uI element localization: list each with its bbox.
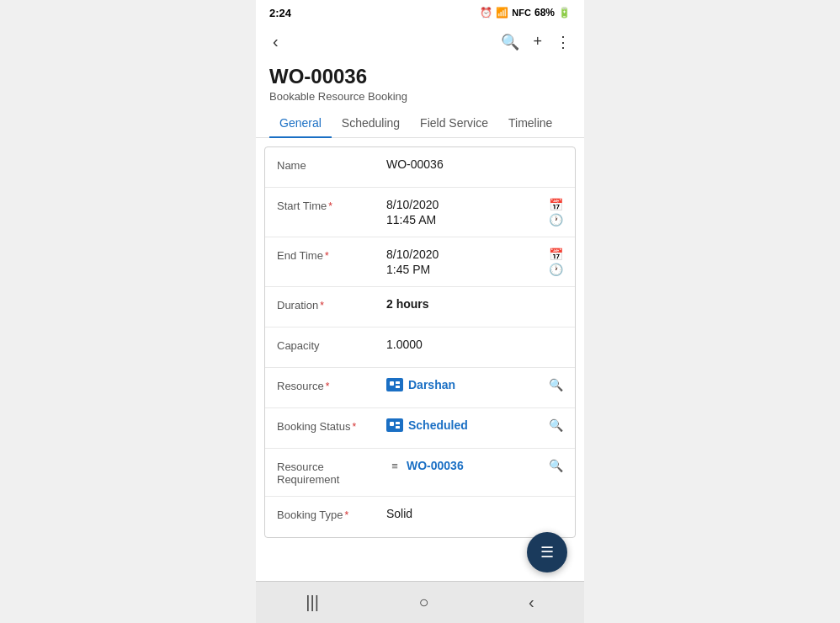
content-area: Name WO-00036 Start Time* 8/10/2020 📅 11 <box>256 138 584 581</box>
fab-button[interactable]: ☰ <box>527 532 567 572</box>
end-date: 8/10/2020 <box>386 248 542 261</box>
svg-rect-4 <box>396 422 400 424</box>
required-indicator-end: * <box>325 250 329 262</box>
label-booking-status: Booking Status* <box>277 418 386 433</box>
start-datetime-group: 8/10/2020 📅 11:45 AM 🕐 <box>386 198 563 226</box>
phone-frame: 2:24 ⏰ 📶 NFC 68% 🔋 ‹ 🔍 + ⋮ WO-00036 Book… <box>256 0 584 623</box>
value-capacity: 1.0000 <box>386 338 563 351</box>
required-indicator-booking-type: * <box>345 509 349 521</box>
tabs: General Scheduling Field Service Timelin… <box>256 109 584 138</box>
field-name: Name WO-00036 <box>265 147 575 188</box>
nav-home-button[interactable]: ○ <box>401 586 445 619</box>
more-button[interactable]: ⋮ <box>556 33 571 51</box>
header: WO-00036 Bookable Resource Booking <box>256 61 584 109</box>
booking-status-value[interactable]: Scheduled <box>408 418 468 432</box>
field-duration: Duration* 2 hours <box>265 287 575 327</box>
tab-field-service[interactable]: Field Service <box>410 109 498 138</box>
start-date-row: 8/10/2020 📅 <box>386 198 563 211</box>
end-time-row: 1:45 PM 🕐 <box>386 263 563 276</box>
value-resource-requirement-area: ≡ WO-00036 🔍 <box>386 459 563 472</box>
value-name: WO-00036 <box>386 157 563 171</box>
tab-scheduling[interactable]: Scheduling <box>332 109 410 138</box>
nav-back-button[interactable]: ‹ <box>512 586 551 619</box>
label-booking-type: Booking Type* <box>277 507 386 521</box>
page-title: WO-00036 <box>269 65 571 88</box>
required-indicator-resource: * <box>326 381 330 392</box>
required-indicator-status: * <box>352 421 356 433</box>
value-start-time: 8/10/2020 📅 11:45 AM 🕐 <box>386 198 563 226</box>
resource-requirement-value[interactable]: WO-00036 <box>407 459 464 472</box>
svg-rect-5 <box>396 426 400 429</box>
bottom-nav: ||| ○ ‹ <box>256 581 584 623</box>
signal-icon: NFC <box>512 8 531 18</box>
battery-icon: 68% <box>534 7 555 19</box>
fab-icon: ☰ <box>540 543 554 562</box>
end-datetime-group: 8/10/2020 📅 1:45 PM 🕐 <box>386 248 563 276</box>
value-resource-area: Darshan 🔍 <box>386 378 563 391</box>
value-booking-status-area: Scheduled 🔍 <box>386 418 563 432</box>
alarm-icon: ⏰ <box>480 7 492 19</box>
field-end-time: End Time* 8/10/2020 📅 1:45 PM 🕐 <box>265 237 575 287</box>
duration-value: 2 hours <box>386 297 429 311</box>
nav-actions: 🔍 + ⋮ <box>501 33 571 51</box>
resource-value[interactable]: Darshan <box>408 378 455 391</box>
field-start-time: Start Time* 8/10/2020 📅 11:45 AM 🕐 <box>265 188 575 237</box>
tab-timeline[interactable]: Timeline <box>498 109 562 138</box>
clock-icon-start[interactable]: 🕐 <box>549 213 563 226</box>
status-time: 2:24 <box>269 7 291 19</box>
label-resource: Resource* <box>277 378 386 392</box>
field-resource: Resource* Darshan 🔍 <box>265 368 575 408</box>
svg-rect-0 <box>390 381 394 386</box>
calendar-icon-start[interactable]: 📅 <box>549 198 563 211</box>
value-duration: 2 hours <box>386 297 563 311</box>
nav-menu-button[interactable]: ||| <box>289 586 336 619</box>
end-date-row: 8/10/2020 📅 <box>386 248 563 261</box>
field-booking-status: Booking Status* Scheduled 🔍 <box>265 408 575 449</box>
label-duration: Duration* <box>277 297 386 312</box>
start-time: 11:45 AM <box>386 213 542 226</box>
value-end-time: 8/10/2020 📅 1:45 PM 🕐 <box>386 248 563 276</box>
end-time: 1:45 PM <box>386 263 542 276</box>
required-indicator-duration: * <box>320 300 324 312</box>
booking-status-entity-icon <box>386 418 403 432</box>
resource-entity-icon <box>386 378 403 391</box>
back-button[interactable]: ‹ <box>269 29 282 55</box>
label-start-time: Start Time* <box>277 198 386 212</box>
clock-icon-end[interactable]: 🕐 <box>549 263 563 276</box>
label-resource-requirement: Resource Requirement <box>277 459 386 486</box>
field-capacity: Capacity 1.0000 <box>265 327 575 368</box>
svg-rect-3 <box>390 422 394 426</box>
resource-search-icon[interactable]: 🔍 <box>549 378 563 391</box>
label-end-time: End Time* <box>277 248 386 262</box>
required-indicator: * <box>328 200 332 212</box>
label-capacity: Capacity <box>277 338 386 352</box>
resource-requirement-search-icon[interactable]: 🔍 <box>549 459 563 472</box>
battery-indicator: 🔋 <box>558 7 571 19</box>
requirement-icon: ≡ <box>386 459 403 472</box>
field-booking-type: Booking Type* Solid <box>265 497 575 537</box>
search-button[interactable]: 🔍 <box>501 33 519 51</box>
tab-general[interactable]: General <box>269 109 332 138</box>
calendar-icon-end[interactable]: 📅 <box>549 248 563 261</box>
status-bar: 2:24 ⏰ 📶 NFC 68% 🔋 <box>256 0 584 25</box>
add-button[interactable]: + <box>533 33 542 51</box>
start-time-row: 11:45 AM 🕐 <box>386 213 563 226</box>
wifi-icon: 📶 <box>496 7 508 19</box>
start-date: 8/10/2020 <box>386 198 542 211</box>
value-booking-type: Solid <box>386 507 563 520</box>
page-subtitle: Bookable Resource Booking <box>269 90 571 103</box>
svg-rect-2 <box>396 386 400 388</box>
nav-bar: ‹ 🔍 + ⋮ <box>256 25 584 61</box>
field-resource-requirement: Resource Requirement ≡ WO-00036 🔍 <box>265 449 575 497</box>
label-name: Name <box>277 157 386 172</box>
svg-rect-1 <box>396 381 400 384</box>
form-card: Name WO-00036 Start Time* 8/10/2020 📅 11 <box>264 146 576 538</box>
booking-status-search-icon[interactable]: 🔍 <box>549 418 563 432</box>
status-icons: ⏰ 📶 NFC 68% 🔋 <box>480 7 571 19</box>
